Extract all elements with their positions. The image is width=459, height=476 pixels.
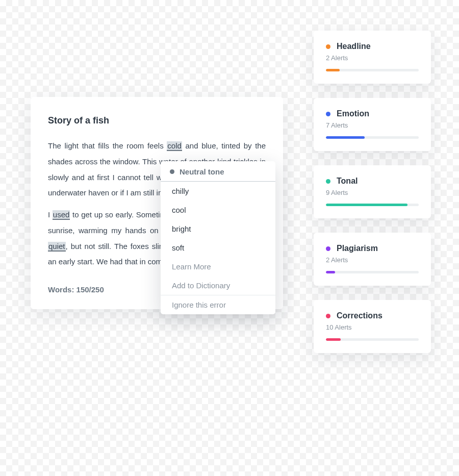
- learn-more-button[interactable]: Learn More: [161, 257, 275, 276]
- alert-card-corrections[interactable]: Corrections10 Alerts: [314, 300, 431, 353]
- highlight-used[interactable]: used: [53, 210, 70, 220]
- highlight-cold[interactable]: cold: [167, 141, 182, 151]
- popover-title: Neutral tone: [180, 167, 224, 176]
- suggestion-option[interactable]: bright: [161, 219, 275, 238]
- alert-progress-fill: [326, 136, 365, 139]
- alert-title-row: Emotion: [326, 109, 419, 118]
- text-run: I: [48, 210, 53, 219]
- alert-progress-bar: [326, 204, 419, 206]
- highlight-quiet[interactable]: quiet: [48, 242, 66, 252]
- alert-dot-icon: [326, 246, 330, 251]
- suggestion-option[interactable]: cool: [161, 201, 275, 219]
- alert-title-row: Corrections: [326, 311, 419, 320]
- alert-progress-bar: [326, 271, 419, 273]
- alert-card-plagiarism[interactable]: Plagiarism2 Alerts: [314, 233, 431, 286]
- text-run: The light that fills the room feels: [48, 141, 167, 150]
- alert-dot-icon: [326, 314, 330, 318]
- suggestion-option[interactable]: soft: [161, 238, 275, 257]
- alert-card-headline[interactable]: Headline2 Alerts: [314, 31, 431, 84]
- alert-subtitle: 9 Alerts: [326, 189, 419, 196]
- alert-title: Corrections: [337, 311, 382, 320]
- editor-title: Story of a fish: [48, 115, 266, 126]
- neutral-tone-icon: [170, 169, 174, 174]
- alert-dot-icon: [326, 179, 330, 184]
- alert-progress-bar: [326, 69, 419, 71]
- alert-title-row: Headline: [326, 42, 419, 51]
- alerts-column: Headline2 AlertsEmotion7 AlertsTonal9 Al…: [314, 31, 431, 353]
- popover-header: Neutral tone: [161, 161, 275, 182]
- alert-subtitle: 2 Alerts: [326, 256, 419, 264]
- alert-title: Plagiarism: [337, 244, 378, 253]
- alert-progress-bar: [326, 338, 419, 341]
- alert-progress-fill: [326, 204, 407, 206]
- alert-subtitle: 2 Alerts: [326, 54, 419, 62]
- alert-progress-fill: [326, 338, 341, 341]
- alert-subtitle: 10 Alerts: [326, 323, 419, 331]
- alert-dot-icon: [326, 112, 330, 116]
- alert-title-row: Tonal: [326, 177, 419, 186]
- alert-dot-icon: [326, 44, 330, 49]
- alert-title: Tonal: [337, 177, 358, 186]
- alert-progress-fill: [326, 271, 335, 273]
- ignore-error-button[interactable]: Ignore this error: [161, 295, 275, 314]
- alert-progress-fill: [326, 69, 340, 71]
- add-to-dictionary-button[interactable]: Add to Dictionary: [161, 276, 275, 295]
- suggestion-popover: Neutral tone chilly cool bright soft Lea…: [161, 161, 275, 314]
- alert-card-tonal[interactable]: Tonal9 Alerts: [314, 165, 431, 218]
- alert-title-row: Plagiarism: [326, 244, 419, 253]
- alert-title: Headline: [337, 42, 371, 51]
- alert-card-emotion[interactable]: Emotion7 Alerts: [314, 98, 431, 151]
- suggestion-option[interactable]: chilly: [161, 182, 275, 201]
- alert-progress-bar: [326, 136, 419, 139]
- alert-title: Emotion: [337, 109, 369, 118]
- alert-subtitle: 7 Alerts: [326, 121, 419, 129]
